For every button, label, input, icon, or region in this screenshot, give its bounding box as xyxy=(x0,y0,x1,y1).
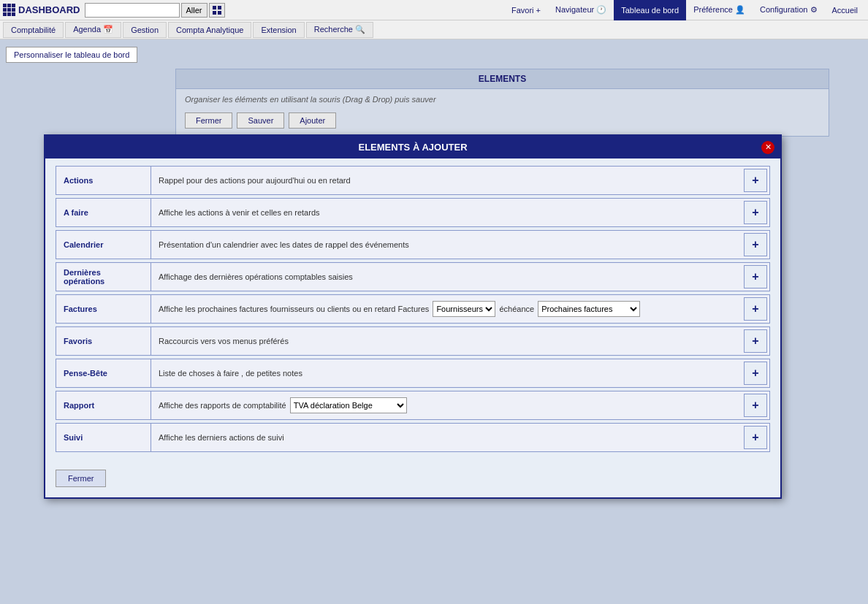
app-title: DASHBOARD xyxy=(18,4,80,15)
item-name-favoris: Favoris xyxy=(56,327,151,355)
tab-comptabilite[interactable]: Comptabilité xyxy=(3,22,64,38)
item-add-actions[interactable]: + xyxy=(744,169,767,192)
grid-view-button[interactable] xyxy=(209,3,225,18)
item-name-calendrier: Calendrier xyxy=(56,231,151,259)
item-name-rapport: Rapport xyxy=(56,391,151,419)
nav-tab-tableau-de-bord[interactable]: Tableau de bord xyxy=(614,0,686,20)
item-add-calendrier[interactable]: + xyxy=(744,233,767,256)
modal-item-pense-bete: Pense-Bête Liste de choses à faire , de … xyxy=(56,359,770,388)
item-desc-afaire: Affiche les actions à venir et celles en… xyxy=(151,204,742,221)
nav-tab-navigateur[interactable]: Navigateur 🕐 xyxy=(548,0,614,20)
item-add-rapport[interactable]: + xyxy=(744,394,767,417)
item-add-factures[interactable]: + xyxy=(744,297,767,321)
modal-footer-close-button[interactable]: Fermer xyxy=(56,470,106,487)
modal-body: Actions Rappel pour des actions pour auj… xyxy=(45,158,780,462)
echeance-label: échéance xyxy=(499,305,536,313)
item-name-factures: Factures xyxy=(56,295,151,323)
modal-item-rapport: Rapport Affiche des rapports de comptabi… xyxy=(56,391,770,420)
personnaliser-button[interactable]: Personnaliser le tableau de bord xyxy=(6,47,137,63)
item-name-pense-bete: Pense-Bête xyxy=(56,359,151,387)
modal-footer: Fermer xyxy=(45,462,780,497)
tab-gestion[interactable]: Gestion xyxy=(123,22,167,38)
top-nav: DASHBOARD Aller Favori + Navigateur 🕐 Ta… xyxy=(0,0,868,20)
rapport-type-select[interactable]: TVA déclaration Belge Bilan Compte de ré… xyxy=(290,397,407,413)
modal-header: ELEMENTS À AJOUTER ✕ xyxy=(45,136,780,158)
elements-ajouter-modal: ELEMENTS À AJOUTER ✕ Actions Rappel pour… xyxy=(44,134,782,499)
elements-panel-desc: Organiser les éléments en utilisant la s… xyxy=(176,89,829,110)
factures-echeance-select[interactable]: Prochaines factures En retard Toutes xyxy=(538,301,640,317)
svg-rect-1 xyxy=(218,6,221,9)
main-content: Personnaliser le tableau de bord ELEMENT… xyxy=(0,39,868,604)
second-nav: Comptabilité Agenda 📅 Gestion Compta Ana… xyxy=(0,20,868,39)
svg-rect-0 xyxy=(213,6,216,9)
nav-search-input[interactable] xyxy=(85,3,180,18)
modal-item-dernieres-operations: Dernières opérations Affichage des derni… xyxy=(56,262,770,291)
item-add-pense-bete[interactable]: + xyxy=(744,362,767,385)
modal-close-button[interactable]: ✕ xyxy=(761,141,774,154)
nav-tab-accueil[interactable]: Accueil xyxy=(825,0,865,20)
item-name-afaire: A faire xyxy=(56,199,151,226)
item-name-actions: Actions xyxy=(56,167,151,194)
item-add-afaire[interactable]: + xyxy=(744,201,767,224)
elements-panel-buttons: Fermer Sauver Ajouter xyxy=(176,110,829,136)
item-add-dernieres-operations[interactable]: + xyxy=(744,265,767,288)
tab-extension[interactable]: Extension xyxy=(253,22,304,38)
item-name-dernieres-operations: Dernières opérations xyxy=(56,263,151,291)
svg-rect-2 xyxy=(213,11,216,15)
factures-label: Factures xyxy=(398,305,430,313)
modal-item-calendrier: Calendrier Présentation d'un calendrier … xyxy=(56,230,770,259)
item-desc-factures: Affiche les prochaines factures fourniss… xyxy=(151,297,742,321)
nav-tab-configuration[interactable]: Configuration ⚙ xyxy=(753,0,825,20)
elements-panel-header: ELEMENTS xyxy=(176,69,829,89)
elements-panel: ELEMENTS Organiser les éléments en utili… xyxy=(175,69,829,137)
item-add-suivi[interactable]: + xyxy=(744,426,767,449)
modal-item-favoris: Favoris Raccourcis vers vos menus préfér… xyxy=(56,326,770,356)
nav-tab-preference[interactable]: Préférence 👤 xyxy=(686,0,753,20)
modal-title: ELEMENTS À AJOUTER xyxy=(358,142,467,153)
modal-item-actions: Actions Rappel pour des actions pour auj… xyxy=(56,166,770,195)
item-desc-actions: Rappel pour des actions pour aujourd'hui… xyxy=(151,172,742,189)
item-desc-calendrier: Présentation d'un calendrier avec les da… xyxy=(151,236,742,253)
elements-sauver-button[interactable]: Sauver xyxy=(237,112,284,129)
tab-recherche[interactable]: Recherche 🔍 xyxy=(306,22,373,38)
modal-item-afaire: A faire Affiche les actions à venir et c… xyxy=(56,198,770,227)
tab-compta-analytique[interactable]: Compta Analytique xyxy=(168,22,251,38)
item-desc-favoris: Raccourcis vers vos menus préférés xyxy=(151,332,742,350)
item-add-favoris[interactable]: + xyxy=(744,329,767,353)
item-desc-pense-bete: Liste de choses à faire , de petites not… xyxy=(151,364,742,382)
elements-fermer-button[interactable]: Fermer xyxy=(185,112,232,129)
tab-agenda[interactable]: Agenda 📅 xyxy=(65,22,121,38)
grid-icon xyxy=(3,4,15,16)
modal-item-factures: Factures Affiche les prochaines factures… xyxy=(56,294,770,324)
item-name-suivi: Suivi xyxy=(56,424,151,451)
nav-tab-favori[interactable]: Favori + xyxy=(504,0,548,20)
app-logo: DASHBOARD xyxy=(3,4,80,16)
item-desc-suivi: Affiche les derniers actions de suivi xyxy=(151,429,742,446)
nav-right-tabs: Favori + Navigateur 🕐 Tableau de bord Pr… xyxy=(504,0,865,20)
svg-rect-3 xyxy=(218,11,221,15)
aller-button[interactable]: Aller xyxy=(181,3,208,18)
modal-item-suivi: Suivi Affiche les derniers actions de su… xyxy=(56,423,770,452)
item-desc-dernieres-operations: Affichage des dernières opérations compt… xyxy=(151,268,742,286)
factures-type-select[interactable]: Fournisseurs Clients Tous xyxy=(433,301,495,317)
item-desc-rapport: Affiche des rapports de comptabilité TVA… xyxy=(151,393,742,418)
elements-ajouter-button[interactable]: Ajouter xyxy=(289,112,336,129)
